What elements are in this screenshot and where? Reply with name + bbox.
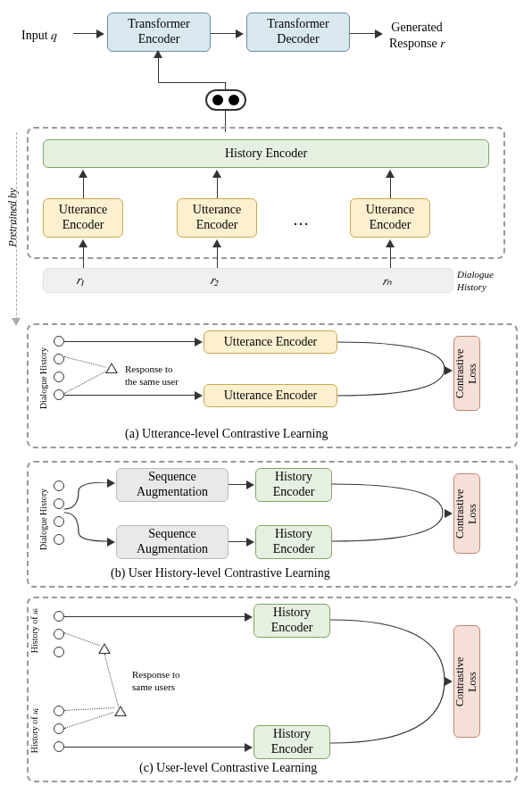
connector-line <box>64 747 248 748</box>
r1-label: 𝑟₁ <box>76 273 84 288</box>
transformer-decoder-box: Transformer Decoder <box>246 13 350 52</box>
panel-a-caption: (a) Utterance-level Contrastive Learning <box>125 427 328 441</box>
node-icon <box>54 498 64 509</box>
dashed-connector <box>16 132 17 320</box>
node-icon <box>54 516 64 527</box>
history-encoder-b: History Encoder <box>255 468 332 502</box>
arrow-icon <box>245 743 253 752</box>
arrow-icon <box>154 50 162 58</box>
output-label: Generated Response 𝑟 <box>389 20 445 52</box>
connector-line <box>390 246 391 268</box>
rn-label: 𝑟ₙ <box>382 273 392 288</box>
arrow-icon <box>195 391 203 400</box>
utterance-encoder-box: Utterance Encoder <box>177 198 257 238</box>
connector-line <box>83 246 84 268</box>
panel-c-response-label: Response to same users <box>132 668 179 694</box>
panel-b-caption: (b) User History-level Contrastive Learn… <box>111 566 330 581</box>
connector-line <box>390 177 391 198</box>
arrow-icon <box>96 29 104 38</box>
panel-a-response-label: Response to the same user <box>125 363 179 388</box>
arrow-icon <box>445 366 453 375</box>
panel-a-vlabel: Dialogue History <box>38 347 48 409</box>
node-icon <box>54 336 64 347</box>
node-icon <box>54 723 64 734</box>
ellipsis-label: … <box>293 211 309 230</box>
arrow-icon <box>212 239 221 247</box>
connector-line <box>158 82 226 83</box>
input-label: Input 𝑞 <box>21 29 57 43</box>
dialogue-history-label: Dialogue History <box>457 268 494 294</box>
panel-b-vlabel: Dialogue History <box>38 489 48 550</box>
arrow-icon <box>212 170 221 178</box>
history-encoder-c: History Encoder <box>254 604 330 638</box>
node-icon <box>54 389 64 400</box>
panel-c-vlabel-uj: History of 𝑢ⱼ <box>29 708 40 753</box>
fork-connector <box>64 482 116 545</box>
seq-aug-box: Sequence Augmentation <box>116 525 229 559</box>
history-encoder-c: History Encoder <box>254 725 330 759</box>
contrastive-loss-b: Contrastive Loss <box>453 473 480 554</box>
arrow-icon <box>375 29 383 38</box>
connector-line <box>64 616 248 617</box>
transformer-encoder-box: Transformer Encoder <box>107 13 211 52</box>
node-icon <box>54 741 64 752</box>
node-icon <box>54 480 64 491</box>
connector-line <box>83 177 84 198</box>
node-icon <box>54 629 64 639</box>
node-icon <box>54 706 64 716</box>
utterance-encoder-a: Utterance Encoder <box>204 384 337 407</box>
node-icon <box>54 354 64 364</box>
arrow-icon <box>236 29 244 38</box>
arrow-icon <box>445 677 453 686</box>
arrow-icon <box>246 538 254 547</box>
triangle-icon <box>98 643 111 654</box>
connector-line <box>73 33 96 34</box>
seq-aug-box: Sequence Augmentation <box>116 468 229 502</box>
pretrained-by-label: Pretrained by <box>6 188 20 247</box>
connector-line <box>64 341 198 342</box>
arrow-icon <box>107 479 115 488</box>
dialogue-history-bar <box>43 268 453 293</box>
node-icon <box>54 647 64 657</box>
curve-connector <box>332 468 452 559</box>
panel-c-caption: (c) User-level Contrastive Learning <box>139 761 317 775</box>
utterance-encoder-a: Utterance Encoder <box>204 330 337 354</box>
curve-connector <box>330 604 453 759</box>
triangle-icon <box>114 706 127 716</box>
arrow-icon <box>246 480 254 489</box>
node-icon <box>54 611 64 622</box>
node-icon <box>54 534 64 545</box>
connector-line <box>217 177 218 198</box>
history-encoder-b: History Encoder <box>255 525 332 559</box>
arrow-icon <box>195 338 203 347</box>
utterance-encoder-box: Utterance Encoder <box>350 198 430 238</box>
representation-icon <box>205 89 246 111</box>
arrow-icon <box>445 509 453 518</box>
arrow-icon <box>79 239 87 247</box>
connector-line <box>64 395 198 396</box>
arrow-icon <box>79 170 87 178</box>
arrow-icon <box>12 318 21 326</box>
utterance-encoder-box: Utterance Encoder <box>43 198 123 238</box>
panel-c-vlabel-ui: History of 𝑢ᵢ <box>29 608 40 653</box>
arrow-icon <box>386 239 395 247</box>
triangle-icon <box>105 363 118 373</box>
contrastive-loss-c: Contrastive Loss <box>453 625 480 738</box>
curve-connector <box>337 330 453 411</box>
contrastive-loss-a: Contrastive Loss <box>453 336 480 411</box>
history-encoder-box: History Encoder <box>43 139 489 168</box>
arrow-icon <box>245 613 253 622</box>
connector-line <box>217 246 218 268</box>
r2-label: 𝑟₂ <box>210 273 218 288</box>
arrow-icon <box>107 538 115 547</box>
arrow-icon <box>386 170 395 178</box>
node-icon <box>54 372 64 382</box>
